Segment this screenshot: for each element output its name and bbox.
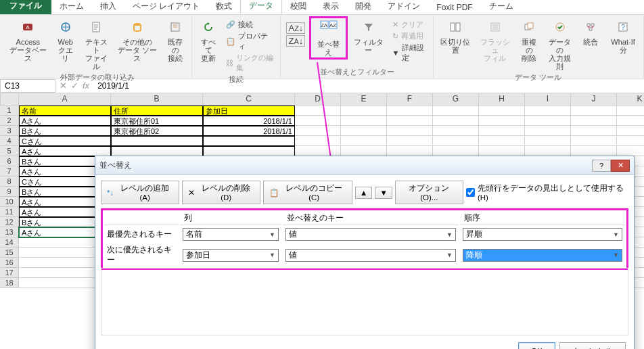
empty-cell[interactable] (341, 136, 387, 146)
empty-cell[interactable] (571, 116, 617, 126)
clear-filter-button[interactable]: ✕クリア (390, 19, 430, 30)
sort-asc-button[interactable]: AZ↓ (283, 22, 308, 34)
header-cell[interactable]: 住所 (111, 106, 203, 116)
header-cell[interactable]: 名前 (19, 106, 111, 116)
row-header[interactable]: 1 (0, 106, 19, 116)
empty-cell[interactable] (525, 136, 571, 146)
data-cell[interactable] (111, 146, 203, 156)
refresh-all-button[interactable]: すべて 更新 (195, 16, 222, 64)
whatif-button[interactable]: ?What-If 分 (605, 16, 641, 55)
empty-cell[interactable] (387, 116, 433, 126)
empty-cell[interactable] (525, 106, 571, 116)
empty-cell[interactable] (617, 116, 644, 126)
empty-cell[interactable] (571, 136, 617, 146)
tab-view[interactable]: 表示 (315, 0, 347, 14)
col-header[interactable]: J (571, 93, 617, 106)
tab-data[interactable]: データ (240, 0, 282, 14)
row-header[interactable]: 13 (0, 227, 19, 237)
tab-foxit[interactable]: Foxit PDF (428, 1, 480, 14)
empty-cell[interactable] (341, 126, 387, 136)
ok-button[interactable]: OK (518, 342, 555, 349)
tab-home[interactable]: ホーム (51, 0, 92, 14)
tab-review[interactable]: 校閲 (282, 0, 315, 14)
row-header[interactable]: 4 (0, 136, 19, 146)
empty-cell[interactable] (571, 146, 617, 156)
empty-cell[interactable] (387, 136, 433, 146)
web-query-button[interactable]: Web クエリ (52, 16, 79, 64)
header-cell[interactable]: 参加日 (203, 106, 295, 116)
data-validation-button[interactable]: データの 入力規則 (544, 16, 576, 72)
col-header[interactable]: K (617, 93, 644, 106)
header-row-checkbox[interactable] (466, 188, 475, 197)
tab-insert[interactable]: 挿入 (92, 0, 124, 14)
empty-cell[interactable] (617, 146, 644, 156)
empty-cell[interactable] (387, 146, 433, 156)
primary-column-combo[interactable]: 名前▼ (183, 228, 279, 241)
existing-conn-button[interactable]: 既存の 接続 (162, 16, 189, 64)
copy-level-button[interactable]: 📋レベルのコピー(C) (263, 181, 352, 204)
data-cell[interactable]: Aさん (19, 116, 111, 126)
access-db-button[interactable]: AAccess データベース (5, 16, 51, 64)
tab-page-layout[interactable]: ページ レイアウト (124, 0, 208, 14)
col-header[interactable]: G (433, 93, 479, 106)
dialog-close-button[interactable]: ✕ (611, 160, 630, 172)
text-file-button[interactable]: テキスト ファイル (80, 16, 112, 72)
data-cell[interactable]: 東京都住所01 (111, 116, 203, 126)
row-header[interactable]: 11 (0, 207, 19, 217)
col-header[interactable]: H (479, 93, 525, 106)
other-sources-button[interactable]: その他の データ ソース (114, 16, 160, 64)
tab-team[interactable]: チーム (481, 0, 522, 14)
connections-button[interactable]: 🔗接続 (223, 19, 277, 30)
row-header[interactable]: 3 (0, 126, 19, 136)
tab-addins[interactable]: アドイン (380, 0, 428, 14)
row-header[interactable]: 9 (0, 187, 19, 197)
empty-cell[interactable] (295, 126, 341, 136)
empty-cell[interactable] (617, 126, 644, 136)
reapply-button[interactable]: ↻再適用 (390, 30, 430, 42)
flash-fill-button[interactable]: フラッシュ フィル (476, 16, 514, 64)
sort-desc-button[interactable]: ZA↓ (283, 34, 308, 47)
tab-file[interactable]: ファイル (0, 0, 51, 14)
row-header[interactable]: 14 (0, 237, 19, 248)
data-cell[interactable] (203, 136, 295, 146)
row-header[interactable]: 18 (0, 278, 19, 288)
col-header[interactable]: E (341, 93, 387, 106)
data-cell[interactable] (111, 136, 203, 146)
data-cell[interactable]: Bさん (19, 126, 111, 136)
empty-cell[interactable] (433, 136, 479, 146)
empty-cell[interactable] (387, 106, 433, 116)
secondary-order-combo[interactable]: 降順▼ (463, 249, 622, 262)
row-header[interactable]: 17 (0, 268, 19, 278)
empty-cell[interactable] (479, 106, 525, 116)
empty-cell[interactable] (341, 116, 387, 126)
dialog-help-button[interactable]: ? (592, 160, 611, 172)
empty-cell[interactable] (617, 136, 644, 146)
filter-button[interactable]: フィルター (349, 16, 388, 55)
move-up-button[interactable]: ▲ (355, 187, 372, 199)
cancel-formula-icon[interactable]: ✕ (60, 80, 67, 91)
empty-cell[interactable] (433, 106, 479, 116)
move-down-button[interactable]: ▼ (375, 187, 392, 199)
properties-button[interactable]: 📋プロパティ (223, 30, 277, 52)
col-header[interactable]: C (203, 93, 295, 106)
advanced-filter-button[interactable]: ▼詳細設定 (390, 42, 430, 64)
empty-cell[interactable] (571, 126, 617, 136)
empty-cell[interactable] (433, 126, 479, 136)
delete-level-button[interactable]: ✕レベルの削除(D) (182, 181, 260, 204)
data-cell[interactable]: Aさん (19, 146, 111, 156)
data-cell[interactable]: 2018/1/1 (203, 126, 295, 136)
tab-formulas[interactable]: 数式 (208, 0, 240, 14)
empty-cell[interactable] (479, 116, 525, 126)
col-header[interactable]: D (295, 93, 341, 106)
edit-links-button[interactable]: ⛓リンクの編集 (223, 52, 277, 74)
options-button[interactable]: オプション(O)... (395, 181, 463, 204)
col-header[interactable]: I (525, 93, 571, 106)
secondary-sorton-combo[interactable]: 値▼ (285, 249, 456, 262)
col-header[interactable]: B (111, 93, 203, 106)
col-header[interactable]: F (387, 93, 433, 106)
empty-cell[interactable] (433, 146, 479, 156)
empty-cell[interactable] (617, 106, 644, 116)
header-row-checkbox-wrap[interactable]: 先頭行をデータの見出しとして使用する(H) (466, 183, 628, 202)
empty-cell[interactable] (525, 126, 571, 136)
add-level-button[interactable]: *↓レベルの追加(A) (101, 181, 179, 204)
